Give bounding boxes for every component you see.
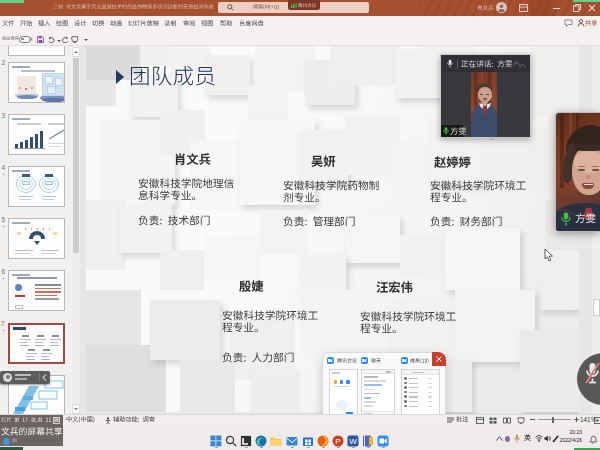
- svg-text:P: P: [335, 437, 340, 446]
- svg-text:W: W: [349, 437, 357, 446]
